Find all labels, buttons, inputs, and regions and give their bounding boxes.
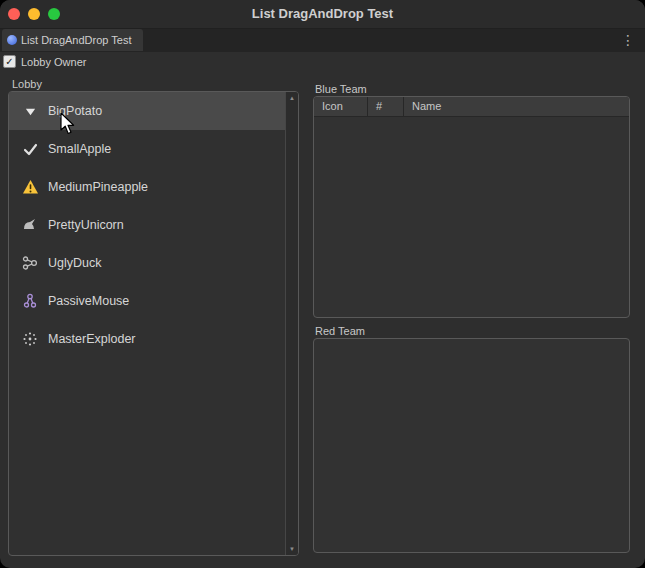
scroll-down-icon[interactable]: ▼ [286,544,298,554]
lobby-label: Lobby [12,78,42,90]
unicorn-icon [21,217,39,233]
lobby-rows: BigPotatoSmallAppleMediumPineapplePretty… [9,92,285,358]
close-window-button[interactable] [8,8,20,20]
list-item-label: BigPotato [48,104,102,118]
list-item[interactable]: PassiveMouse [9,282,285,320]
column-header-icon: Icon [314,97,368,116]
tab-strip: List DragAndDrop Test ⋮ [0,29,645,52]
kebab-menu-icon[interactable]: ⋮ [621,29,635,51]
list-item-label: PassiveMouse [48,294,129,308]
blue-team-header-row: Icon # Name [314,97,629,117]
lobby-owner-checkbox[interactable]: ✓ [3,55,16,68]
dropdown-arrow-icon [21,105,39,118]
lobby-list[interactable]: BigPotatoSmallAppleMediumPineapplePretty… [8,91,299,556]
blue-team-dropzone[interactable]: Icon # Name [313,96,630,318]
vertical-scrollbar[interactable]: ▲ ▼ [285,92,298,555]
particles-icon [21,331,39,347]
list-item[interactable]: MasterExploder [9,320,285,358]
red-team-dropzone[interactable] [313,338,630,553]
column-header-name: Name [404,97,629,116]
list-item[interactable]: PrettyUnicorn [9,206,285,244]
list-item-label: SmallApple [48,142,111,156]
zoom-window-button[interactable] [48,8,60,20]
column-header-number: # [368,97,404,116]
window-title: List DragAndDrop Test [252,0,393,28]
network-icon [21,255,39,271]
list-item-label: PrettyUnicorn [48,218,124,232]
red-team-label: Red Team [315,325,365,337]
avatar-icon [21,293,39,309]
checkmark-icon [21,142,39,157]
tab-list-draganddrop-test[interactable]: List DragAndDrop Test [2,29,143,51]
lobby-owner-label: Lobby Owner [21,51,86,73]
window-controls [8,8,60,20]
list-item-label: MediumPineapple [48,180,148,194]
toolbar: ✓ Lobby Owner [0,51,645,73]
list-item[interactable]: MediumPineapple [9,168,285,206]
blue-team-label: Blue Team [315,83,367,95]
check-icon: ✓ [5,57,13,67]
list-item[interactable]: BigPotato [9,92,285,130]
list-item[interactable]: UglyDuck [9,244,285,282]
list-item-label: UglyDuck [48,256,102,270]
list-item[interactable]: SmallApple [9,130,285,168]
minimize-window-button[interactable] [28,8,40,20]
window-icon [7,35,17,45]
title-bar: List DragAndDrop Test [0,0,645,29]
app-window: List DragAndDrop Test List DragAndDrop T… [0,0,645,568]
list-item-label: MasterExploder [48,332,136,346]
tab-label: List DragAndDrop Test [21,34,131,46]
scroll-up-icon[interactable]: ▲ [286,93,298,103]
warning-icon [21,179,39,195]
